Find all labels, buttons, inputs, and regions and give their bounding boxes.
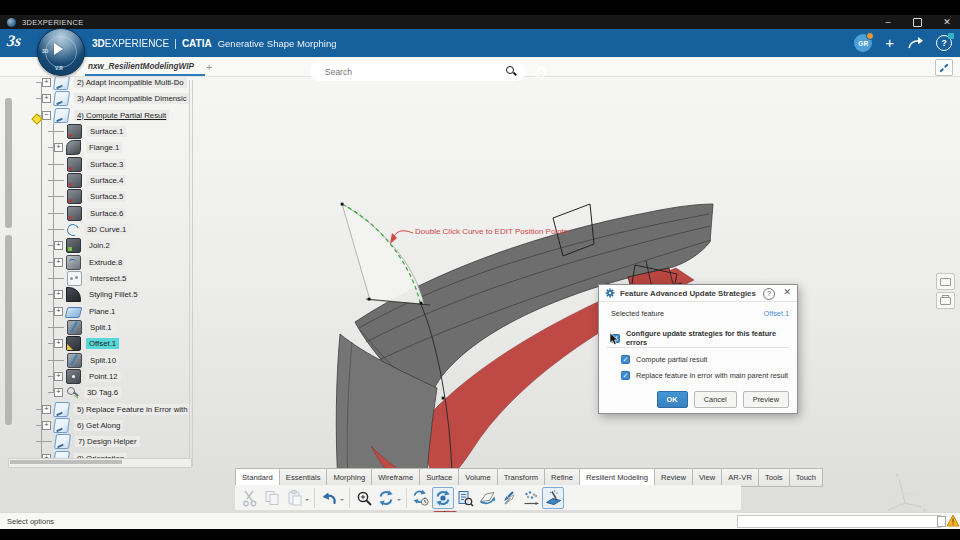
panel-tray-icon[interactable] xyxy=(936,292,955,309)
scrollbar-thumb[interactable] xyxy=(10,460,122,464)
tree-item-label[interactable]: Split.10 xyxy=(87,355,119,366)
expander-icon[interactable] xyxy=(54,372,63,381)
tree-item-label[interactable]: Surface.1 xyxy=(87,126,126,137)
tree-item[interactable]: Point.12 xyxy=(0,368,121,384)
tree-item[interactable]: Intersect.5 xyxy=(0,270,129,286)
control-points-icon[interactable] xyxy=(520,487,542,509)
tree-horizontal-scrollbar[interactable] xyxy=(8,458,192,468)
expander-icon[interactable] xyxy=(54,241,63,250)
window-titlebar[interactable]: 3DEXPERIENCE – ✕ xyxy=(0,15,960,29)
selected-feature-value[interactable]: Offset.1 xyxy=(764,309,789,318)
tree-item[interactable]: Split.10 xyxy=(0,352,119,368)
expander-icon[interactable] xyxy=(42,94,51,103)
help-icon[interactable]: ? xyxy=(936,35,952,51)
tree-item[interactable]: Split.1 xyxy=(0,319,115,335)
update-with-history-icon[interactable] xyxy=(410,487,432,509)
local-update-icon[interactable] xyxy=(432,487,454,509)
new-tab-button[interactable]: + xyxy=(206,57,212,76)
share-icon[interactable] xyxy=(907,36,923,50)
replace-feature-label[interactable]: Replace feature in error with main paren… xyxy=(636,371,788,380)
expander-icon[interactable] xyxy=(54,258,63,267)
tree-item-label[interactable]: Offset.1 xyxy=(86,338,119,349)
undo-dropdown-icon[interactable] xyxy=(340,499,344,503)
replace-feature-checkbox[interactable] xyxy=(621,371,630,380)
undo-icon[interactable] xyxy=(318,487,340,509)
tree-item[interactable]: Surface.4 xyxy=(0,172,126,188)
configure-strategies-label[interactable]: Configure update strategies for this fea… xyxy=(626,329,797,347)
tree-item-label[interactable]: 7) Design Helper xyxy=(75,436,140,447)
preview-button[interactable]: Preview xyxy=(743,391,789,408)
tree-item[interactable]: Join.2 xyxy=(0,237,113,253)
update-dropdown-icon[interactable] xyxy=(397,499,401,503)
tree-item[interactable]: 3D Curve.1 xyxy=(0,221,129,237)
tree-item-label[interactable]: 3) Adapt Incompatible Dimensic xyxy=(74,93,190,104)
tag-icon[interactable] xyxy=(532,65,548,81)
tree-item[interactable]: 6) Get Along xyxy=(0,417,123,433)
tree-item-label[interactable]: Surface.6 xyxy=(87,208,126,219)
copy-icon[interactable] xyxy=(261,487,283,509)
dialog-titlebar[interactable]: Feature Advanced Update Strategies ? ✕ xyxy=(599,285,797,302)
command-input[interactable] xyxy=(737,515,941,528)
tree-item-label[interactable]: 2) Adapt Incompatible Multi-Do xyxy=(74,77,187,88)
maximize-icon[interactable] xyxy=(913,18,922,27)
axis-triad[interactable] xyxy=(888,479,921,510)
tree-item[interactable]: Flange.1 xyxy=(0,139,122,155)
power-zoom-icon[interactable] xyxy=(353,487,375,509)
tree-item-label[interactable]: Flange.1 xyxy=(86,142,122,153)
tree-item-label[interactable]: 6) Get Along xyxy=(74,420,123,431)
tree-item-label[interactable]: 4) Compute Partial Result xyxy=(74,110,169,121)
compute-partial-result-label[interactable]: Compute partial result xyxy=(636,355,707,364)
tree-item[interactable]: 3) Adapt Incompatible Dimensic xyxy=(0,90,190,106)
cut-icon[interactable] xyxy=(239,487,261,509)
tree-item-label[interactable]: Extrude.8 xyxy=(86,257,125,268)
3d-compass[interactable]: 3D V.R xyxy=(37,28,85,76)
curve-control-points[interactable] xyxy=(341,203,445,487)
tree-item[interactable]: Styling Fillet.5 xyxy=(0,286,141,302)
search-bar[interactable] xyxy=(310,62,526,81)
expander-icon[interactable] xyxy=(54,290,63,299)
search-icon[interactable] xyxy=(506,66,516,76)
tree-item[interactable]: Surface.1 xyxy=(0,123,126,139)
tree-item-current[interactable]: 4) Compute Partial Result xyxy=(0,107,169,123)
tab-touch[interactable]: Touch xyxy=(789,468,823,487)
expander-icon[interactable] xyxy=(42,111,51,120)
cancel-button[interactable]: Cancel xyxy=(694,391,737,408)
tree-item-label[interactable]: Surface.4 xyxy=(87,175,126,186)
tree-item[interactable]: Surface.3 xyxy=(0,156,126,172)
update-icon[interactable] xyxy=(375,487,397,509)
expander-icon[interactable] xyxy=(54,339,63,348)
tree-item-label[interactable]: 5) Replace Feature in Error with xyxy=(74,404,191,415)
panel-drawer-icon[interactable] xyxy=(936,273,955,290)
swap-transfer-icon[interactable] xyxy=(498,487,520,509)
expander-icon[interactable] xyxy=(42,405,51,414)
compass-vr-label[interactable]: V.R xyxy=(55,65,63,71)
tab-tools[interactable]: Tools xyxy=(758,468,789,487)
tree-scroll-left-icon[interactable]: < xyxy=(174,79,178,86)
tree-item[interactable]: Extrude.8 xyxy=(0,254,125,270)
tree-item-label[interactable]: 3D Tag.6 xyxy=(84,387,121,398)
tree-item-label[interactable]: Plane.1 xyxy=(86,306,118,317)
tree-item-label[interactable]: 3D Curve.1 xyxy=(84,224,129,235)
update-report-icon[interactable] xyxy=(454,487,476,509)
dialog-help-icon[interactable]: ? xyxy=(763,288,775,300)
tree-item[interactable]: 5) Replace Feature in Error with xyxy=(0,401,191,417)
expander-icon[interactable] xyxy=(54,307,63,316)
avatar[interactable]: GR xyxy=(854,34,872,52)
expander-icon[interactable] xyxy=(54,143,63,152)
add-content-button[interactable]: + xyxy=(885,29,894,57)
edit-curve[interactable] xyxy=(342,204,420,302)
tree-item-label[interactable]: Intersect.5 xyxy=(87,273,129,284)
close-icon[interactable]: ✕ xyxy=(940,15,954,29)
expander-icon[interactable] xyxy=(42,421,51,430)
tree-item-label[interactable]: Point.12 xyxy=(86,371,121,382)
collapse-window-icon[interactable] xyxy=(935,59,953,76)
expander-icon[interactable] xyxy=(54,388,63,397)
tree-item-label[interactable]: Styling Fillet.5 xyxy=(86,289,141,300)
warning-icon[interactable] xyxy=(946,514,960,527)
tree-item-label[interactable]: Surface.3 xyxy=(87,159,126,170)
flip-surface-icon[interactable] xyxy=(476,487,498,509)
morphing-tool-icon[interactable] xyxy=(542,487,564,509)
tree-item[interactable]: 3D Tag.6 xyxy=(0,384,121,400)
tree-item[interactable]: Surface.5 xyxy=(0,188,126,204)
expander-icon[interactable] xyxy=(42,78,51,87)
